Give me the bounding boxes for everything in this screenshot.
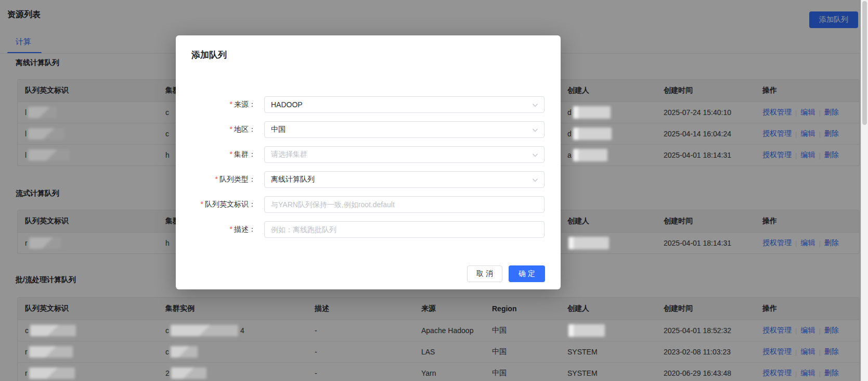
form-row: *集群：请选择集群 xyxy=(191,146,545,163)
required-star: * xyxy=(201,200,203,208)
form-input[interactable] xyxy=(264,196,545,213)
select-value: HADOOP xyxy=(271,100,303,109)
required-star: * xyxy=(230,125,232,133)
scrollbar-thumb[interactable] xyxy=(862,1,867,125)
redacted-text xyxy=(171,346,198,358)
required-star: * xyxy=(215,175,218,183)
chevron-down-icon xyxy=(532,176,539,184)
modal-footer: 取 消 确 定 xyxy=(467,265,545,282)
form-select-中国[interactable]: 中国 xyxy=(264,121,545,138)
redacted-text xyxy=(568,237,609,249)
redacted-text xyxy=(573,149,607,161)
form-select-请选择集群[interactable]: 请选择集群 xyxy=(264,146,545,163)
form-row: *地区：中国 xyxy=(191,121,545,138)
redacted-text xyxy=(573,128,612,140)
redacted-text xyxy=(30,325,76,336)
confirm-button[interactable]: 确 定 xyxy=(509,265,545,282)
form-row: *队列英文标识： xyxy=(191,196,545,213)
form-select-HADOOP[interactable]: HADOOP xyxy=(264,96,545,113)
redacted-text xyxy=(573,106,611,119)
redacted-text xyxy=(28,128,64,139)
chevron-down-icon xyxy=(532,101,539,109)
redacted-text xyxy=(29,367,75,379)
form-row: *来源：HADOOP xyxy=(191,96,545,113)
form-label: *集群： xyxy=(191,150,264,159)
redacted-text xyxy=(29,346,73,358)
form-row: *描述： xyxy=(191,221,545,238)
select-value: 请选择集群 xyxy=(271,150,307,159)
form-row: *队列类型：离线计算队列 xyxy=(191,171,545,188)
form-label: *来源： xyxy=(191,100,264,109)
scrollbar-track[interactable] xyxy=(861,0,868,381)
redacted-text xyxy=(28,107,57,118)
redacted-text xyxy=(28,149,70,161)
select-value: 离线计算队列 xyxy=(271,175,315,184)
add-queue-modal: 添加队列 *来源：HADOOP*地区：中国*集群：请选择集群*队列类型：离线计算… xyxy=(176,35,561,289)
form-label: *队列英文标识： xyxy=(191,200,264,209)
form-label: *队列类型： xyxy=(191,175,264,184)
select-value: 中国 xyxy=(271,125,286,134)
add-queue-form: *来源：HADOOP*地区：中国*集群：请选择集群*队列类型：离线计算队列*队列… xyxy=(191,96,545,238)
chevron-down-icon xyxy=(532,126,539,134)
form-label: *地区： xyxy=(191,125,264,134)
form-label: *描述： xyxy=(191,225,264,234)
modal-title: 添加队列 xyxy=(191,49,545,62)
chevron-down-icon xyxy=(532,151,539,159)
required-star: * xyxy=(230,100,232,108)
form-input[interactable] xyxy=(264,221,545,238)
redacted-text xyxy=(171,367,206,379)
required-star: * xyxy=(230,225,232,233)
cancel-button[interactable]: 取 消 xyxy=(467,265,502,282)
required-star: * xyxy=(230,150,232,158)
form-select-离线计算队列[interactable]: 离线计算队列 xyxy=(264,171,545,188)
redacted-text xyxy=(568,324,605,337)
redacted-text xyxy=(171,325,238,336)
redacted-text xyxy=(29,237,61,249)
